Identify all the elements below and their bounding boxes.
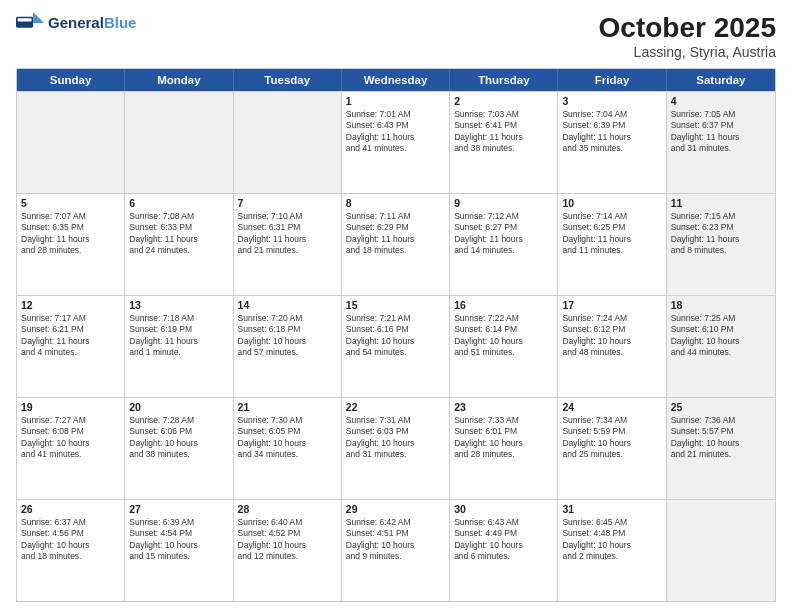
day-number: 21	[238, 401, 337, 413]
day-info: Sunrise: 7:07 AM Sunset: 6:35 PM Dayligh…	[21, 211, 120, 257]
day-number: 23	[454, 401, 553, 413]
day-info: Sunrise: 7:33 AM Sunset: 6:01 PM Dayligh…	[454, 415, 553, 461]
day-info: Sunrise: 7:25 AM Sunset: 6:10 PM Dayligh…	[671, 313, 771, 359]
day-info: Sunrise: 7:03 AM Sunset: 6:41 PM Dayligh…	[454, 109, 553, 155]
day-number: 18	[671, 299, 771, 311]
calendar-week-3: 12Sunrise: 7:17 AM Sunset: 6:21 PM Dayli…	[17, 295, 775, 397]
day-number: 26	[21, 503, 120, 515]
day-info: Sunrise: 7:18 AM Sunset: 6:19 PM Dayligh…	[129, 313, 228, 359]
day-info: Sunrise: 7:11 AM Sunset: 6:29 PM Dayligh…	[346, 211, 445, 257]
calendar-day-4: 4Sunrise: 7:05 AM Sunset: 6:37 PM Daylig…	[667, 92, 775, 193]
calendar-day-19: 19Sunrise: 7:27 AM Sunset: 6:08 PM Dayli…	[17, 398, 125, 499]
calendar-day-15: 15Sunrise: 7:21 AM Sunset: 6:16 PM Dayli…	[342, 296, 450, 397]
day-info: Sunrise: 7:36 AM Sunset: 5:57 PM Dayligh…	[671, 415, 771, 461]
day-number: 30	[454, 503, 553, 515]
day-number: 8	[346, 197, 445, 209]
day-number: 25	[671, 401, 771, 413]
day-info: Sunrise: 7:17 AM Sunset: 6:21 PM Dayligh…	[21, 313, 120, 359]
day-number: 3	[562, 95, 661, 107]
day-number: 29	[346, 503, 445, 515]
calendar-day-10: 10Sunrise: 7:14 AM Sunset: 6:25 PM Dayli…	[558, 194, 666, 295]
logo: GeneralBlue	[16, 12, 136, 34]
day-info: Sunrise: 7:28 AM Sunset: 6:06 PM Dayligh…	[129, 415, 228, 461]
day-number: 2	[454, 95, 553, 107]
calendar-day-27: 27Sunrise: 6:39 AM Sunset: 4:54 PM Dayli…	[125, 500, 233, 601]
calendar-day-13: 13Sunrise: 7:18 AM Sunset: 6:19 PM Dayli…	[125, 296, 233, 397]
day-number: 17	[562, 299, 661, 311]
day-number: 31	[562, 503, 661, 515]
calendar-title: October 2025	[599, 12, 776, 44]
calendar-week-1: 1Sunrise: 7:01 AM Sunset: 6:43 PM Daylig…	[17, 91, 775, 193]
day-info: Sunrise: 7:24 AM Sunset: 6:12 PM Dayligh…	[562, 313, 661, 359]
day-number: 19	[21, 401, 120, 413]
day-info: Sunrise: 7:15 AM Sunset: 6:23 PM Dayligh…	[671, 211, 771, 257]
weekday-header-tuesday: Tuesday	[234, 69, 342, 91]
calendar-day-6: 6Sunrise: 7:08 AM Sunset: 6:33 PM Daylig…	[125, 194, 233, 295]
day-number: 1	[346, 95, 445, 107]
calendar-day-5: 5Sunrise: 7:07 AM Sunset: 6:35 PM Daylig…	[17, 194, 125, 295]
day-number: 5	[21, 197, 120, 209]
day-info: Sunrise: 7:21 AM Sunset: 6:16 PM Dayligh…	[346, 313, 445, 359]
day-info: Sunrise: 7:05 AM Sunset: 6:37 PM Dayligh…	[671, 109, 771, 155]
calendar-day-29: 29Sunrise: 6:42 AM Sunset: 4:51 PM Dayli…	[342, 500, 450, 601]
day-number: 28	[238, 503, 337, 515]
day-number: 16	[454, 299, 553, 311]
weekday-header-saturday: Saturday	[667, 69, 775, 91]
calendar-day-11: 11Sunrise: 7:15 AM Sunset: 6:23 PM Dayli…	[667, 194, 775, 295]
calendar-day-8: 8Sunrise: 7:11 AM Sunset: 6:29 PM Daylig…	[342, 194, 450, 295]
day-info: Sunrise: 7:31 AM Sunset: 6:03 PM Dayligh…	[346, 415, 445, 461]
calendar-day-23: 23Sunrise: 7:33 AM Sunset: 6:01 PM Dayli…	[450, 398, 558, 499]
day-info: Sunrise: 7:01 AM Sunset: 6:43 PM Dayligh…	[346, 109, 445, 155]
day-number: 12	[21, 299, 120, 311]
calendar-day-28: 28Sunrise: 6:40 AM Sunset: 4:52 PM Dayli…	[234, 500, 342, 601]
day-number: 4	[671, 95, 771, 107]
weekday-header-thursday: Thursday	[450, 69, 558, 91]
day-number: 24	[562, 401, 661, 413]
calendar-day-1: 1Sunrise: 7:01 AM Sunset: 6:43 PM Daylig…	[342, 92, 450, 193]
day-number: 9	[454, 197, 553, 209]
title-block: October 2025 Lassing, Styria, Austria	[599, 12, 776, 60]
calendar-body: 1Sunrise: 7:01 AM Sunset: 6:43 PM Daylig…	[17, 91, 775, 601]
day-info: Sunrise: 6:43 AM Sunset: 4:49 PM Dayligh…	[454, 517, 553, 563]
day-info: Sunrise: 7:12 AM Sunset: 6:27 PM Dayligh…	[454, 211, 553, 257]
calendar-day-7: 7Sunrise: 7:10 AM Sunset: 6:31 PM Daylig…	[234, 194, 342, 295]
day-number: 6	[129, 197, 228, 209]
calendar-day-26: 26Sunrise: 6:37 AM Sunset: 4:56 PM Dayli…	[17, 500, 125, 601]
calendar-week-2: 5Sunrise: 7:07 AM Sunset: 6:35 PM Daylig…	[17, 193, 775, 295]
day-info: Sunrise: 7:34 AM Sunset: 5:59 PM Dayligh…	[562, 415, 661, 461]
day-number: 13	[129, 299, 228, 311]
calendar-day-17: 17Sunrise: 7:24 AM Sunset: 6:12 PM Dayli…	[558, 296, 666, 397]
page: GeneralBlue October 2025 Lassing, Styria…	[0, 0, 792, 612]
logo-icon	[16, 12, 44, 34]
weekday-header-monday: Monday	[125, 69, 233, 91]
calendar-day-31: 31Sunrise: 6:45 AM Sunset: 4:48 PM Dayli…	[558, 500, 666, 601]
calendar-day-16: 16Sunrise: 7:22 AM Sunset: 6:14 PM Dayli…	[450, 296, 558, 397]
day-info: Sunrise: 7:27 AM Sunset: 6:08 PM Dayligh…	[21, 415, 120, 461]
calendar-empty-cell	[17, 92, 125, 193]
calendar-day-14: 14Sunrise: 7:20 AM Sunset: 6:18 PM Dayli…	[234, 296, 342, 397]
calendar-day-24: 24Sunrise: 7:34 AM Sunset: 5:59 PM Dayli…	[558, 398, 666, 499]
svg-marker-1	[33, 12, 44, 23]
calendar-empty-cell	[667, 500, 775, 601]
day-number: 15	[346, 299, 445, 311]
weekday-header-sunday: Sunday	[17, 69, 125, 91]
day-number: 7	[238, 197, 337, 209]
day-number: 11	[671, 197, 771, 209]
logo-text: GeneralBlue	[48, 14, 136, 32]
day-info: Sunrise: 7:08 AM Sunset: 6:33 PM Dayligh…	[129, 211, 228, 257]
day-number: 10	[562, 197, 661, 209]
day-info: Sunrise: 6:37 AM Sunset: 4:56 PM Dayligh…	[21, 517, 120, 563]
weekday-header-friday: Friday	[558, 69, 666, 91]
calendar-day-21: 21Sunrise: 7:30 AM Sunset: 6:05 PM Dayli…	[234, 398, 342, 499]
day-info: Sunrise: 7:30 AM Sunset: 6:05 PM Dayligh…	[238, 415, 337, 461]
calendar-week-5: 26Sunrise: 6:37 AM Sunset: 4:56 PM Dayli…	[17, 499, 775, 601]
calendar-day-2: 2Sunrise: 7:03 AM Sunset: 6:41 PM Daylig…	[450, 92, 558, 193]
calendar: SundayMondayTuesdayWednesdayThursdayFrid…	[16, 68, 776, 602]
calendar-week-4: 19Sunrise: 7:27 AM Sunset: 6:08 PM Dayli…	[17, 397, 775, 499]
calendar-day-9: 9Sunrise: 7:12 AM Sunset: 6:27 PM Daylig…	[450, 194, 558, 295]
day-info: Sunrise: 6:40 AM Sunset: 4:52 PM Dayligh…	[238, 517, 337, 563]
calendar-day-20: 20Sunrise: 7:28 AM Sunset: 6:06 PM Dayli…	[125, 398, 233, 499]
calendar-day-30: 30Sunrise: 6:43 AM Sunset: 4:49 PM Dayli…	[450, 500, 558, 601]
weekday-header-wednesday: Wednesday	[342, 69, 450, 91]
calendar-subtitle: Lassing, Styria, Austria	[599, 44, 776, 60]
